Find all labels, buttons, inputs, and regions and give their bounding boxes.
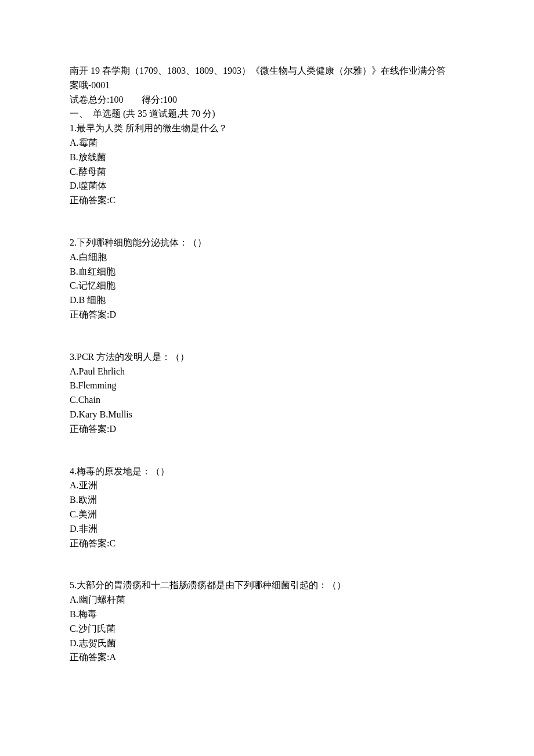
title-line-1: 南开 19 春学期（1709、1803、1809、1903）《微生物与人类健康（… [70, 64, 464, 78]
option-c: C.美洲 [70, 507, 464, 522]
question-stem: 1.最早为人类 所利用的微生物是什么？ [70, 121, 464, 136]
option-d: D.B 细胞 [70, 293, 464, 308]
option-d: D.非洲 [70, 522, 464, 537]
option-b: B.血红细胞 [70, 265, 464, 279]
question-stem: 2.下列哪种细胞能分泌抗体：（） [70, 236, 464, 250]
option-b: B.Flemming [70, 379, 464, 393]
option-c: C.酵母菌 [70, 165, 464, 179]
question-3: 3.PCR 方法的发明人是：（） A.Paul Ehrlich B.Flemmi… [70, 350, 464, 437]
option-b: B.放线菌 [70, 150, 464, 165]
section-header: 一、 单选题 (共 35 道试题,共 70 分) [70, 107, 464, 121]
correct-answer: 正确答案:A [70, 650, 464, 665]
option-a: A.幽门螺杆菌 [70, 593, 464, 607]
question-5: 5.大部分的胃溃疡和十二指肠溃疡都是由下列哪种细菌引起的：（） A.幽门螺杆菌 … [70, 578, 464, 665]
question-1: 1.最早为人类 所利用的微生物是什么？ A.霉菌 B.放线菌 C.酵母菌 D.噬… [70, 121, 464, 208]
option-c: C.记忆细胞 [70, 279, 464, 293]
question-4: 4.梅毒的原发地是：（） A.亚洲 B.欧洲 C.美洲 D.非洲 正确答案:C [70, 465, 464, 551]
document-page: 南开 19 春学期（1709、1803、1809、1903）《微生物与人类健康（… [0, 0, 534, 756]
correct-answer: 正确答案:C [70, 193, 464, 208]
correct-answer: 正确答案:D [70, 422, 464, 437]
question-2: 2.下列哪种细胞能分泌抗体：（） A.白细胞 B.血红细胞 C.记忆细胞 D.B… [70, 236, 464, 322]
option-a: A.霉菌 [70, 136, 464, 150]
option-c: C.沙门氏菌 [70, 622, 464, 636]
question-stem: 3.PCR 方法的发明人是：（） [70, 350, 464, 365]
option-c: C.Chain [70, 393, 464, 408]
correct-answer: 正确答案:C [70, 537, 464, 551]
score-line: 试卷总分:100 得分:100 [70, 93, 464, 107]
option-a: A.白细胞 [70, 250, 464, 265]
question-stem: 5.大部分的胃溃疡和十二指肠溃疡都是由下列哪种细菌引起的：（） [70, 578, 464, 593]
option-b: B.梅毒 [70, 607, 464, 622]
question-stem: 4.梅毒的原发地是：（） [70, 465, 464, 479]
option-d: D.Kary B.Mullis [70, 408, 464, 422]
correct-answer: 正确答案:D [70, 308, 464, 322]
option-a: A.Paul Ehrlich [70, 365, 464, 379]
option-d: D.噬菌体 [70, 179, 464, 193]
option-b: B.欧洲 [70, 493, 464, 507]
option-d: D.志贺氏菌 [70, 636, 464, 651]
title-line-2: 案哦-0001 [70, 78, 464, 93]
option-a: A.亚洲 [70, 478, 464, 493]
